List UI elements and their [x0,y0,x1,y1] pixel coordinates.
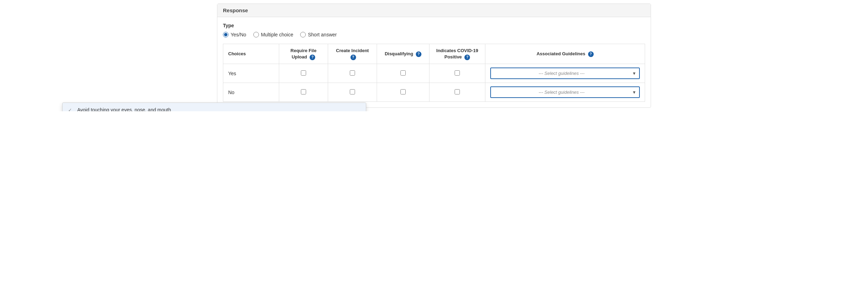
cell-guidelines-1: --- Select guidelines ---▼ [485,83,645,102]
cell-incident-0 [328,64,377,83]
cell-choice-0: Yes [223,64,279,83]
radio-group: Yes/No Multiple choice Short answer [223,32,645,37]
help-icon-incident[interactable]: ? [350,55,356,60]
table-header-row: Choices Require File Upload ? Create Inc… [223,44,645,64]
checkbox-covid-0[interactable] [455,70,460,76]
dropdown-list-item[interactable]: ✓Avoid touching your eyes, nose, and mou… [63,103,366,111]
radio-short-label: Short answer [308,32,337,37]
cell-disqualifying-0 [377,64,429,83]
table-row: No--- Select guidelines ---▼ [223,83,645,102]
response-panel: Response Type Yes/No Multiple choice Sho… [217,3,651,108]
guidelines-dropdown-wrapper: --- Select guidelines ---▼ [490,68,640,79]
radio-yesno-input[interactable] [223,32,229,37]
cell-covid-1 [429,83,485,102]
check-icon: ✓ [68,107,74,112]
col-header-choices: Choices [223,44,279,64]
help-icon-guidelines[interactable]: ? [588,51,594,57]
radio-yesno-label: Yes/No [231,32,246,37]
guidelines-select-no[interactable]: --- Select guidelines --- [490,86,640,98]
cell-disqualifying-1 [377,83,429,102]
dropdown-item-text: Avoid touching your eyes, nose, and mout… [77,107,171,111]
checkbox-disqualifying-1[interactable] [400,89,406,94]
col-header-guidelines: Associated Guidelines ? [485,44,645,64]
checkbox-incident-0[interactable] [350,70,355,76]
panel-header: Response [217,4,651,17]
choices-table: Choices Require File Upload ? Create Inc… [223,44,645,102]
checkbox-covid-1[interactable] [455,89,460,94]
checkbox-file-upload-0[interactable] [301,70,306,76]
type-label: Type [223,23,645,28]
radio-short[interactable]: Short answer [300,32,337,37]
help-icon-file-upload[interactable]: ? [310,55,315,60]
radio-multiple-label: Multiple choice [261,32,294,37]
cell-choice-1: No [223,83,279,102]
panel-body: Type Yes/No Multiple choice Short answer… [217,17,651,107]
col-header-covid: Indicates COVID-19 Positive ? [429,44,485,64]
radio-multiple[interactable]: Multiple choice [253,32,294,37]
table-row: Yes--- Select guidelines ---▼ [223,64,645,83]
guidelines-dropdown-list[interactable]: ✓Avoid touching your eyes, nose, and mou… [62,103,366,111]
col-header-disqualifying: Disqualifying ? [377,44,429,64]
help-icon-disqualifying[interactable]: ? [416,51,421,57]
col-header-file-upload: Require File Upload ? [279,44,328,64]
checkbox-file-upload-1[interactable] [301,89,306,94]
help-icon-covid[interactable]: ? [464,55,470,60]
radio-short-input[interactable] [300,32,306,37]
cell-incident-1 [328,83,377,102]
radio-yesno[interactable]: Yes/No [223,32,246,37]
radio-multiple-input[interactable] [253,32,259,37]
checkbox-disqualifying-0[interactable] [400,70,406,76]
checkbox-incident-1[interactable] [350,89,355,94]
cell-covid-0 [429,64,485,83]
cell-guidelines-0: --- Select guidelines ---▼ [485,64,645,83]
cell-file-upload-1 [279,83,328,102]
guidelines-select[interactable]: --- Select guidelines --- [490,68,640,79]
cell-file-upload-0 [279,64,328,83]
guidelines-dropdown-wrapper-no: --- Select guidelines ---▼ [490,86,640,98]
col-header-incident: Create Incident ? [328,44,377,64]
